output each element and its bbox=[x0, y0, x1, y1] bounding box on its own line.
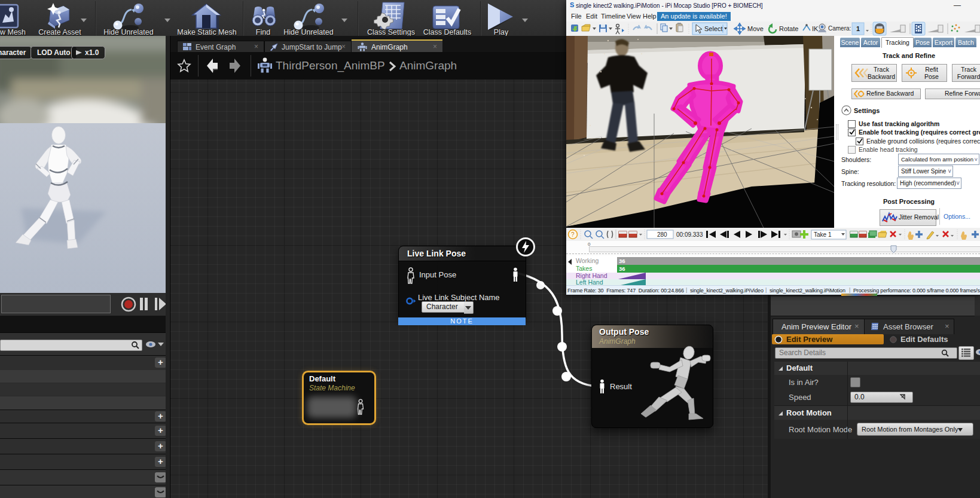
svg-text:Rotate: Rotate bbox=[779, 25, 798, 32]
svg-text:Move: Move bbox=[747, 25, 764, 32]
svg-text:Camera:: Camera: bbox=[828, 25, 851, 32]
svg-text:Select: Select bbox=[704, 25, 723, 32]
svg-text:Take 1: Take 1 bbox=[814, 231, 832, 238]
svg-text:00:09.333: 00:09.333 bbox=[676, 231, 703, 238]
svg-text:280: 280 bbox=[657, 231, 667, 238]
svg-text:1: 1 bbox=[856, 25, 860, 32]
svg-text:IK: IK bbox=[812, 25, 819, 32]
svg-text:?: ? bbox=[571, 231, 575, 238]
